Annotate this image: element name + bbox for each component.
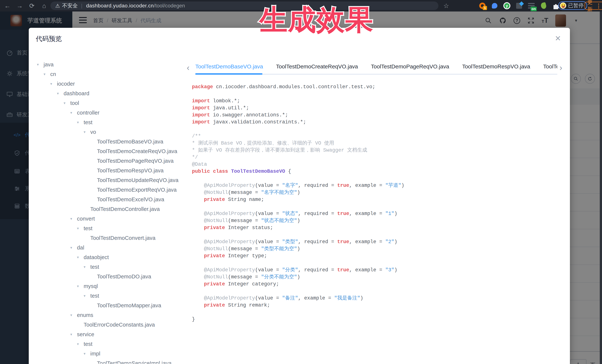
- tab-create-req-vo[interactable]: ToolTestDemoCreateReqVO.java: [276, 61, 358, 72]
- caret-down-icon[interactable]: ▾: [77, 120, 84, 125]
- tabs-next-icon[interactable]: ›: [559, 63, 562, 72]
- browser-back-icon[interactable]: ←: [3, 0, 12, 11]
- green-circle-icon: y: [503, 2, 510, 9]
- tree-folder[interactable]: ▾iocoder: [37, 79, 185, 89]
- tree-folder[interactable]: ▾impl: [37, 349, 185, 358]
- tree-file[interactable]: ToolTestDemoRespVO.java: [37, 166, 185, 175]
- scrollbar[interactable]: [600, 11, 602, 364]
- tree-node-label: vo: [90, 129, 96, 135]
- tree-file[interactable]: ToolTestDemoConvert.java: [37, 233, 185, 243]
- tree-file[interactable]: ToolTestDemoBaseVO.java: [37, 137, 185, 146]
- caret-down-icon[interactable]: ▾: [84, 130, 90, 134]
- tree-node-label: ToolTestDemoMapper.java: [97, 302, 161, 309]
- caret-down-icon[interactable]: ▾: [70, 217, 77, 221]
- tree-folder[interactable]: ▾controller: [37, 108, 185, 117]
- tree-node-label: ToolTestDemoDO.java: [97, 274, 151, 280]
- blue-pin-icon: [492, 3, 497, 9]
- tree-folder[interactable]: ▾dal: [37, 243, 185, 252]
- squares-diamond-icon: [516, 3, 522, 9]
- list-extension-icon[interactable]: on: [527, 2, 535, 10]
- tree-node-label: ToolTestDemoController.java: [90, 206, 160, 212]
- tab-page-req-vo[interactable]: ToolTestDemoPageReqVO.java: [371, 61, 449, 72]
- tree-file[interactable]: ToolTestDemoExportReqVO.java: [37, 185, 185, 195]
- dialog-title: 代码预览: [36, 34, 62, 43]
- caret-down-icon[interactable]: ▾: [37, 62, 43, 67]
- browser-forward-icon[interactable]: →: [15, 0, 24, 11]
- pin-extension-icon[interactable]: [491, 2, 498, 10]
- tree-folder[interactable]: ▾test: [37, 339, 185, 349]
- browser-reload-icon[interactable]: ⟳: [27, 0, 37, 11]
- caret-down-icon[interactable]: ▾: [70, 110, 77, 115]
- tree-node-label: test: [90, 264, 99, 270]
- tree-file[interactable]: ToolTestDemoExcelVO.java: [37, 195, 185, 204]
- caret-down-icon[interactable]: ▾: [77, 284, 84, 288]
- privacy-extension-icon[interactable]: 1: [478, 2, 486, 10]
- bookmark-star-icon[interactable]: ☆: [441, 0, 451, 11]
- browser-menu-icon[interactable]: ⋮: [596, 3, 602, 9]
- tree-node-label: java: [43, 62, 54, 68]
- caret-down-icon[interactable]: ▾: [84, 351, 90, 356]
- tree-file[interactable]: ToolTestDemoUpdateReqVO.java: [37, 175, 185, 185]
- tree-node-label: tool: [70, 100, 79, 106]
- address-bar[interactable]: ⚠ 不安全 | dashboard.yudao.iocoder.cn/tool/…: [50, 1, 438, 10]
- caret-down-icon[interactable]: ▾: [64, 101, 70, 105]
- tree-folder[interactable]: ▾java: [37, 60, 185, 69]
- code-view[interactable]: package cn.iocoder.dashboard.modules.too…: [192, 83, 561, 358]
- tree-node-label: iocoder: [57, 81, 75, 87]
- caret-down-icon[interactable]: ▾: [77, 226, 84, 230]
- tabs-prev-icon[interactable]: ‹: [187, 63, 190, 72]
- caret-down-icon[interactable]: ▾: [77, 255, 84, 260]
- tab-base-vo[interactable]: ToolTestDemoBaseVO.java: [195, 61, 263, 72]
- caret-down-icon[interactable]: ▾: [50, 82, 57, 86]
- caret-down-icon[interactable]: ▾: [43, 72, 50, 76]
- tree-folder[interactable]: ▾test: [37, 291, 185, 301]
- browser-home-icon[interactable]: ⌂: [39, 0, 49, 11]
- close-icon[interactable]: ✕: [555, 34, 561, 43]
- tree-folder[interactable]: ▾service: [37, 330, 185, 339]
- security-label[interactable]: 不安全: [62, 2, 78, 9]
- sprout-icon: [540, 2, 547, 10]
- tree-folder[interactable]: ▾test: [37, 224, 185, 233]
- tree-node-label: dataobject: [84, 254, 109, 260]
- omnibox-divider: |: [81, 3, 82, 9]
- green-extension-icon[interactable]: y: [503, 2, 511, 10]
- url-host: dashboard.yudao.iocoder.cn: [86, 3, 154, 9]
- tree-file[interactable]: ToolTestDemoServiceImpl.java: [37, 358, 185, 364]
- caret-down-icon[interactable]: ▾: [70, 313, 77, 317]
- tree-folder[interactable]: ▾mysql: [37, 281, 185, 291]
- tree-node-label: test: [90, 293, 99, 299]
- caret-down-icon[interactable]: ▾: [57, 91, 64, 96]
- tree-folder[interactable]: ▾dashboard: [37, 89, 185, 98]
- file-tree: ▾java▾cn▾iocoder▾dashboard▾tool▾controll…: [37, 60, 185, 364]
- tree-folder[interactable]: ▾test: [37, 262, 185, 272]
- tree-folder[interactable]: ▾test: [37, 117, 185, 127]
- caret-down-icon[interactable]: ▾: [84, 265, 90, 269]
- tree-folder[interactable]: ▾tool: [37, 98, 185, 108]
- tab-resp-vo[interactable]: ToolTestDemoRespVO.java: [462, 61, 530, 72]
- tree-file[interactable]: ToolErrorCodeConstants.java: [37, 320, 185, 330]
- caret-down-icon[interactable]: ▾: [70, 332, 77, 337]
- tree-file[interactable]: ToolTestDemoDO.java: [37, 272, 185, 281]
- update-label: 更新: [587, 0, 592, 13]
- tree-file[interactable]: ToolTestDemoMapper.java: [37, 301, 185, 310]
- tree-folder[interactable]: ▾vo: [37, 127, 185, 137]
- tab-update-req-vo[interactable]: ToolTestDemoUpdateReqVO.java: [543, 61, 557, 72]
- tree-file[interactable]: ToolTestDemoPageReqVO.java: [37, 156, 185, 166]
- tree-file[interactable]: ToolTestDemoController.java: [37, 204, 185, 214]
- tree-folder[interactable]: ▾convert: [37, 214, 185, 224]
- profile-paused-chip[interactable]: 已暂停: [558, 1, 587, 10]
- caret-down-icon[interactable]: ▾: [77, 342, 84, 346]
- caret-down-icon[interactable]: ▾: [70, 245, 77, 250]
- tree-folder[interactable]: ▾dataobject: [37, 252, 185, 262]
- sprout-extension-icon[interactable]: [540, 2, 548, 10]
- browser-update-button[interactable]: 更新 ⋮: [585, 2, 602, 10]
- tree-node-label: test: [84, 341, 93, 347]
- tree-file[interactable]: ToolTestDemoCreateReqVO.java: [37, 146, 185, 156]
- tree-folder[interactable]: ▾enums: [37, 310, 185, 320]
- squares-extension-icon[interactable]: [515, 2, 523, 10]
- caret-down-icon[interactable]: ▾: [84, 294, 90, 298]
- tree-folder[interactable]: ▾cn: [37, 69, 185, 79]
- tree-node-label: cn: [50, 71, 56, 77]
- tree-node-label: ToolTestDemoExcelVO.java: [97, 197, 164, 203]
- tree-node-label: convert: [77, 216, 95, 222]
